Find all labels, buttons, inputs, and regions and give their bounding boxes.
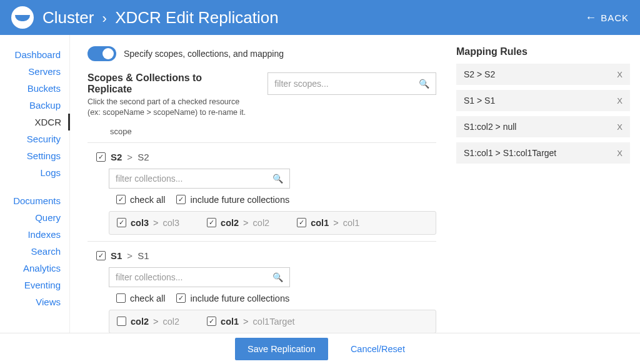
arrow-icon: > — [127, 152, 132, 162]
filter-scopes-input-wrap: 🔍 — [268, 72, 436, 95]
scope-target[interactable]: S1 — [138, 250, 149, 261]
main-content: Specify scopes, collections, and mapping… — [70, 35, 451, 333]
breadcrumb-page: XDCR Edit Replication — [115, 8, 279, 27]
arrow-icon: > — [243, 317, 248, 327]
collection-source: col1 — [311, 218, 329, 228]
checkbox[interactable] — [176, 195, 186, 204]
remove-rule-icon[interactable]: X — [617, 96, 622, 106]
mapping-rule: S1:col2 > nullX — [456, 116, 630, 137]
sidebar-item-buckets[interactable]: Buckets — [0, 80, 69, 97]
sidebar-item-backup[interactable]: Backup — [0, 97, 69, 114]
chevron-right-icon: › — [102, 11, 107, 26]
mapping-rules-panel: Mapping Rules S2 > S2XS1 > S1XS1:col2 > … — [451, 35, 632, 333]
filter-collections-wrap: 🔍 — [109, 169, 290, 189]
search-icon: 🔍 — [272, 272, 283, 282]
sidebar-item-servers[interactable]: Servers — [0, 63, 69, 80]
filter-scopes-input[interactable] — [274, 79, 419, 89]
checkbox[interactable] — [207, 317, 216, 326]
sidebar-item-xdcr[interactable]: XDCR — [0, 114, 70, 130]
app-header: Cluster › XDCR Edit Replication ← BACK — [0, 0, 640, 35]
sidebar-item-views[interactable]: Views — [0, 293, 69, 310]
checkbox[interactable] — [117, 317, 126, 326]
back-label: BACK — [601, 12, 629, 23]
sidebar-item-eventing[interactable]: Eventing — [0, 277, 69, 293]
scope-options: check allinclude future collections — [116, 293, 436, 303]
mapping-rule: S1 > S1X — [456, 90, 630, 111]
checkbox[interactable] — [176, 293, 186, 303]
collection-target[interactable]: col1Target — [253, 317, 295, 327]
scope-row: S1>S1 — [96, 250, 436, 261]
scope-options: check allinclude future collections — [116, 195, 436, 205]
include-future-option[interactable]: include future collections — [176, 195, 289, 205]
scope-row: S2>S2 — [96, 152, 436, 162]
breadcrumb-root[interactable]: Cluster — [42, 8, 94, 27]
checkbox[interactable] — [207, 218, 216, 227]
collection-target[interactable]: col1 — [343, 218, 360, 228]
filter-collections-wrap: 🔍 — [109, 267, 290, 287]
collections-grid: col3>col3col2>col2col1>col1 — [109, 211, 436, 235]
sidebar-item-security[interactable]: Security — [0, 130, 69, 147]
scope-column-header: scope — [110, 127, 436, 136]
sidebar-item-dashboard[interactable]: Dashboard — [0, 46, 69, 63]
collection-target[interactable]: col2 — [253, 218, 270, 228]
filter-collections-input[interactable] — [116, 174, 272, 184]
sidebar-item-documents[interactable]: Documents — [0, 192, 69, 209]
remove-rule-icon[interactable]: X — [617, 122, 622, 132]
checkbox[interactable] — [116, 293, 126, 303]
section-title: Scopes & Collections to Replicate — [88, 72, 249, 95]
arrow-icon: > — [153, 317, 158, 327]
collection-target[interactable]: col2 — [162, 317, 179, 327]
check-all-option[interactable]: check all — [116, 195, 165, 205]
section-subtitle-1: Click the second part of a checked resou… — [88, 97, 249, 107]
include-future-option[interactable]: include future collections — [176, 293, 289, 303]
collection-source: col2 — [131, 317, 149, 327]
save-button[interactable]: Save Replication — [235, 338, 328, 360]
arrow-left-icon: ← — [585, 11, 597, 24]
divider — [88, 241, 436, 242]
collection-item: col2>col2 — [207, 218, 269, 228]
mapping-rule: S1:col1 > S1:col1TargetX — [456, 142, 630, 164]
sidebar-item-query[interactable]: Query — [0, 209, 69, 226]
mapping-rules-title: Mapping Rules — [456, 46, 630, 57]
sidebar-item-analytics[interactable]: Analytics — [0, 260, 69, 277]
collection-item: col1>col1Target — [207, 317, 294, 327]
mapping-toggle-label: Specify scopes, collections, and mapping — [124, 49, 284, 59]
footer-actions: Save Replication Cancel/Reset — [0, 333, 640, 364]
search-icon: 🔍 — [272, 174, 283, 184]
remove-rule-icon[interactable]: X — [617, 70, 622, 79]
cancel-button[interactable]: Cancel/Reset — [351, 344, 405, 354]
sidebar-item-indexes[interactable]: Indexes — [0, 226, 69, 243]
mapping-toggle[interactable] — [88, 46, 116, 61]
arrow-icon: > — [153, 218, 158, 228]
scope-detail: 🔍check allinclude future collectionscol3… — [109, 169, 436, 235]
scope-source: S2 — [111, 152, 122, 162]
checkbox[interactable] — [96, 152, 106, 162]
collection-item: col3>col3 — [117, 218, 179, 228]
logo-icon — [11, 6, 34, 29]
sidebar-nav: DashboardServersBucketsBackupXDCRSecurit… — [0, 35, 70, 333]
remove-rule-icon[interactable]: X — [617, 149, 622, 158]
checkbox[interactable] — [116, 195, 126, 204]
checkbox[interactable] — [117, 218, 126, 227]
filter-collections-input[interactable] — [116, 272, 272, 282]
sidebar-item-settings[interactable]: Settings — [0, 147, 69, 164]
mapping-rule-text: S2 > S2 — [464, 69, 495, 79]
collection-target[interactable]: col3 — [162, 218, 179, 228]
check-all-option[interactable]: check all — [116, 293, 165, 303]
scope-target[interactable]: S2 — [138, 152, 149, 162]
collection-item: col2>col2 — [117, 317, 179, 327]
sidebar-item-logs[interactable]: Logs — [0, 164, 69, 181]
section-subtitle-2: (ex: scopeName > scopeName) to re-name i… — [88, 107, 249, 118]
checkbox[interactable] — [297, 218, 306, 227]
mapping-rule-text: S1:col2 > null — [464, 122, 516, 132]
back-button[interactable]: ← BACK — [585, 11, 629, 24]
breadcrumb: Cluster › XDCR Edit Replication — [42, 8, 279, 27]
collection-source: col2 — [221, 218, 239, 228]
checkbox[interactable] — [96, 251, 106, 260]
collections-grid: col2>col2col1>col1Target — [109, 310, 436, 333]
sidebar-item-search[interactable]: Search — [0, 243, 69, 260]
mapping-rule-text: S1:col1 > S1:col1Target — [464, 148, 556, 158]
arrow-icon: > — [333, 218, 338, 228]
divider — [88, 142, 436, 143]
arrow-icon: > — [127, 250, 132, 261]
